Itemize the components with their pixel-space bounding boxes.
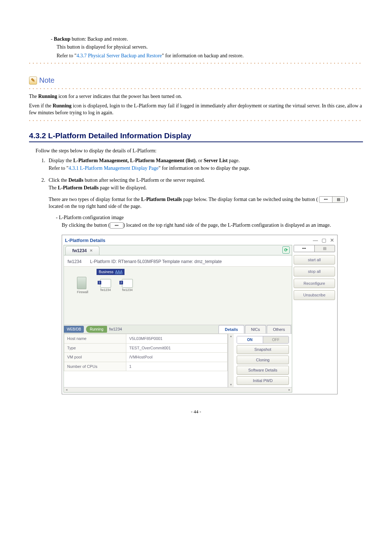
firewall-icon[interactable]: Firewall (77, 277, 88, 295)
stop-all-button[interactable]: stop all (294, 267, 335, 276)
note-p1: The Running icon for a server indicates … (29, 93, 363, 100)
note-p2: Even if the Running icon is displayed, l… (29, 102, 363, 116)
tab-fw1234[interactable]: fw1234✕ (65, 246, 99, 255)
properties-table: Host nameV5L03MF85P0001 TypeTEST_OverCom… (64, 334, 228, 387)
backup-sub2: Refer to "4.3.7 Physical Server Backup a… (57, 52, 363, 59)
toggle-pair-inline[interactable]: •••▤ (319, 196, 345, 203)
main-panel: fw1234✕ ⟳ fw1234 L-Platform ID: RTtenant… (64, 245, 292, 393)
tab-nics[interactable]: NICs (245, 325, 266, 334)
dots-divider-2: • • • • • • • • • • • • • • • • • • • • … (29, 87, 363, 91)
server-name: fw1234 (109, 326, 122, 332)
close-icon[interactable]: ✕ (330, 237, 334, 244)
page-number: - 44 - (29, 409, 363, 415)
minimize-icon[interactable]: — (313, 237, 318, 244)
right-sidebar: •••▤ start all stop all Reconfigure Unsu… (294, 245, 337, 394)
dots-divider: • • • • • • • • • • • • • • • • • • • • … (29, 61, 363, 65)
software-details-button[interactable]: Software Details (237, 366, 289, 375)
reconfigure-button[interactable]: Reconfigure (294, 279, 335, 288)
tab-others[interactable]: Others (267, 325, 291, 334)
initial-pwd-button[interactable]: Initial PWD (237, 376, 289, 385)
view-toggle[interactable]: •••▤ (294, 245, 335, 252)
section-title: 4.3.2 L-Platform Detailed Information Di… (29, 131, 363, 142)
table-row: VM pool/VMHostPool (64, 353, 228, 362)
tab-details[interactable]: Details (219, 325, 244, 334)
dots-divider-3: • • • • • • • • • • • • • • • • • • • • … (29, 119, 363, 123)
t2: " for information on backup and restore. (162, 53, 244, 58)
window-titlebar: L-Platform Details — ▢ ✕ (62, 235, 337, 245)
backup-link[interactable]: 4.3.7 Physical Server Backup and Restore (77, 53, 162, 58)
business-link[interactable]: AAA (115, 270, 122, 274)
maximize-icon[interactable]: ▢ (322, 237, 326, 244)
backup-rest: button: Backup and restore. (70, 36, 128, 42)
dash: - (51, 36, 54, 42)
section-lead: Follow the steps below to display the de… (36, 147, 363, 155)
start-all-button[interactable]: start all (294, 255, 335, 265)
power-toggle[interactable]: ONOFF (237, 336, 289, 344)
cloning-button[interactable]: Cloning (237, 356, 289, 365)
lp-name: fw1234 (68, 259, 82, 264)
snapshot-button[interactable]: Snapshot (237, 345, 289, 354)
step-1: Display the L-Platform Management, L-Pla… (46, 157, 363, 172)
table-row: Host nameV5L03MF85P0001 (64, 334, 228, 344)
table-row: TypeTEST_OverCommit001 (64, 343, 228, 353)
vertical-scrollbar[interactable]: ▴▾ (228, 334, 234, 387)
mini-toggle-btn[interactable]: ••• (110, 222, 123, 229)
note-icon: ✎ (29, 77, 37, 85)
node-1[interactable]: 1fw1234 (100, 279, 111, 293)
lplatform-details-window: L-Platform Details — ▢ ✕ fw1234✕ ⟳ fw123… (62, 235, 338, 395)
refresh-icon[interactable]: ⟳ (282, 246, 290, 254)
unsubscribe-button[interactable]: Unsubscribe (294, 290, 335, 300)
tag-webdb: WEB/DB (64, 326, 84, 333)
table-row: Number of CPUs1 (64, 362, 228, 371)
backup-sub1: This button is displayed for physical se… (57, 44, 363, 51)
config-image-body: By clicking the button (•••) located on … (62, 221, 363, 229)
tab-close-icon[interactable]: ✕ (90, 248, 93, 253)
backup-bullet: - Backup button: Backup and restore. (51, 36, 363, 42)
tag-running: Running (86, 326, 107, 333)
window-title: L-Platform Details (65, 237, 105, 244)
step2-p2: There are two types of display format fo… (49, 196, 363, 210)
business-label: Business AAA (97, 269, 124, 275)
steps-list: Display the L-Platform Management, L-Pla… (46, 157, 363, 395)
tab-row: fw1234✕ ⟳ (64, 245, 292, 255)
topology-diagram: Business AAA Firewall 1fw1234 2fw1234 (64, 267, 292, 325)
info-row: fw1234 L-Platform ID: RTtenant-5L03MF85P… (64, 255, 292, 267)
step-2: Click the Details button after selecting… (46, 176, 363, 395)
lp-meta: L-Platform ID: RTtenant-5L03MF85P Templa… (90, 259, 222, 264)
config-image-title: - L-Platform configuration image (56, 214, 363, 221)
node-2[interactable]: 2fw1234 (122, 279, 133, 293)
action-sidebar: ONOFF Snapshot Cloning Software Details … (234, 334, 292, 387)
note-heading: ✎ Note (29, 76, 363, 85)
detail-bar: WEB/DB Running fw1234 Details NICs Other… (64, 325, 292, 334)
note-label: Note (39, 76, 54, 85)
t: Refer to " (57, 53, 77, 58)
horizontal-scrollbar[interactable]: ◂▸ (64, 387, 292, 392)
step1-link[interactable]: 4.3.1 L-Platform Management Display Page (69, 165, 159, 171)
backup-bold: Backup (54, 36, 70, 42)
